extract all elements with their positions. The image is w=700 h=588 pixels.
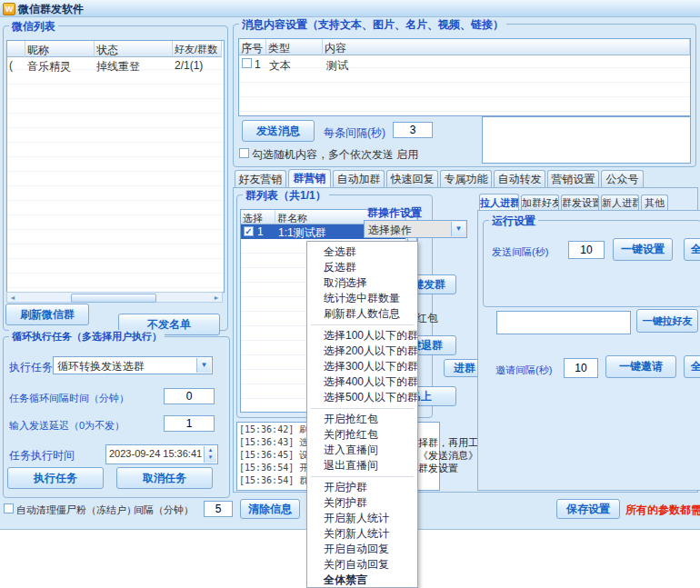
title-bar[interactable]: W 微信群发软件 xyxy=(0,0,700,17)
invite-gap-label: 邀请间隔(秒) xyxy=(495,364,552,377)
message-col-type[interactable]: 类型 xyxy=(266,39,323,55)
group-op-value: 选择操作 xyxy=(368,223,450,238)
random-content-checkbox[interactable] xyxy=(239,148,249,158)
message-col-no[interactable]: 序号 xyxy=(239,39,266,55)
group-list-title: 群列表（共1/1） xyxy=(243,188,329,204)
account-table[interactable]: 昵称 状态 好友/群数 ( 音乐精灵 掉线重登 2/1(1) xyxy=(6,40,225,293)
menu-item-enter-live[interactable]: 进入直播间 xyxy=(307,443,417,458)
menu-item-select-under-500[interactable]: 选择500人以下的群 xyxy=(307,390,417,405)
menu-item-disable-redpacket[interactable]: 关闭抢红包 xyxy=(307,427,417,443)
refresh-groups-button[interactable]: 刷新微信群 xyxy=(5,304,89,325)
run-task-button[interactable]: 执行任务 xyxy=(7,467,104,489)
message-interval-input[interactable] xyxy=(393,122,433,138)
invite-more-button[interactable]: 全选 xyxy=(684,355,700,378)
menu-item-enable-redpacket[interactable]: 开启抢红包 xyxy=(307,412,417,427)
menu-item-enable-autoreply[interactable]: 开启自动回复 xyxy=(307,542,417,557)
scroll-right-icon[interactable]: ► xyxy=(212,294,221,303)
subtab-pull-into-group[interactable]: 拉人进群 xyxy=(479,194,519,211)
cancel-task-button[interactable]: 取消任务 xyxy=(116,467,213,489)
one-click-pull-friend-button[interactable]: 一键拉好友 xyxy=(636,309,698,333)
account-col-marker xyxy=(7,41,25,57)
menu-item-enable-guard[interactable]: 开启护群 xyxy=(307,480,417,495)
menu-item-exit-live[interactable]: 退出直播间 xyxy=(307,458,417,473)
menu-separator xyxy=(311,408,414,409)
tab-official-account[interactable]: 公众号 xyxy=(601,170,644,187)
menu-item-count-selected[interactable]: 统计选中群数量 xyxy=(307,291,417,306)
one-click-invite-button[interactable]: 一键邀请 xyxy=(605,355,676,378)
tab-auto-join-group[interactable]: 自动加群 xyxy=(333,170,385,187)
send-message-button[interactable]: 发送消息 xyxy=(242,120,315,142)
menu-item-enable-newcomer-stats[interactable]: 开启新人统计 xyxy=(307,511,417,526)
menu-item-disable-newcomer-stats[interactable]: 关闭新人统计 xyxy=(307,526,417,542)
account-row-nick[interactable]: 音乐精灵 xyxy=(27,59,93,75)
menu-item-select-under-300[interactable]: 选择300人以下的群 xyxy=(307,359,417,374)
menu-separator xyxy=(311,476,414,477)
menu-item-cancel-selection[interactable]: 取消选择 xyxy=(307,275,417,291)
task-time-picker[interactable]: 2023-09-24 15:36:41 ▲▼ xyxy=(105,444,218,464)
group-row-no: 1 xyxy=(257,225,264,238)
tab-quick-reply[interactable]: 快速回复 xyxy=(386,170,438,187)
scroll-thumb[interactable] xyxy=(71,294,156,303)
clear-info-button[interactable]: 清除信息 xyxy=(240,499,300,519)
account-list-title: 微信列表 xyxy=(9,19,58,35)
scroll-left-icon[interactable]: ◄ xyxy=(8,294,17,303)
tab-friend-marketing[interactable]: 好友营销 xyxy=(235,170,286,187)
window-title: 微信群发软件 xyxy=(18,2,84,17)
chevron-down-icon[interactable]: ▼ xyxy=(451,222,465,236)
account-hscrollbar[interactable]: ◄ ► xyxy=(6,292,223,303)
account-col-counts[interactable]: 好友/群数 xyxy=(173,41,222,57)
setup-more-button[interactable]: 全选 xyxy=(684,238,700,261)
task-exec-value: 循环转换发送选群 xyxy=(57,359,194,374)
message-col-content[interactable]: 内容 xyxy=(323,39,690,55)
tab-group-marketing[interactable]: 群营销 xyxy=(288,169,331,187)
autoclean-label: 自动清理僵尸粉（冻结户） xyxy=(16,503,136,517)
menu-item-select-under-200[interactable]: 选择200人以下的群 xyxy=(307,344,417,359)
tab-special-functions[interactable]: 专属功能 xyxy=(440,170,492,187)
save-warning-text: 所有的参数都需要保存 xyxy=(625,503,700,518)
invite-gap-input[interactable] xyxy=(564,358,598,378)
menu-item-disable-autoreply[interactable]: 关闭自动回复 xyxy=(307,557,417,573)
menu-item-invert-selection[interactable]: 反选群 xyxy=(307,260,417,275)
autoclean-checkbox[interactable] xyxy=(4,503,14,513)
menu-item-select-under-400[interactable]: 选择400人以下的群 xyxy=(307,374,417,390)
save-settings-button[interactable]: 保存设置 xyxy=(556,499,620,519)
group-col-select[interactable]: 选择 xyxy=(241,210,275,224)
menu-item-refresh-counts[interactable]: 刷新群人数信息 xyxy=(307,306,417,322)
account-col-nick[interactable]: 昵称 xyxy=(25,41,95,57)
spinner-icon[interactable]: ▲▼ xyxy=(204,446,216,463)
group-row-checkbox[interactable]: ✓ xyxy=(244,226,254,236)
message-row-checkbox[interactable] xyxy=(242,58,252,68)
task-exec-select[interactable]: 循环转换发送选群 ▼ xyxy=(53,356,213,374)
random-content-label: 勾选随机内容，多个依次发送 启用 xyxy=(252,147,418,163)
account-row-status[interactable]: 掉线重登 xyxy=(96,59,171,75)
message-row-type[interactable]: 文本 xyxy=(269,58,320,74)
menu-item-mute-all[interactable]: 全体禁言 xyxy=(307,573,417,588)
subtab-add-group-friends[interactable]: 加群好友 xyxy=(521,194,559,211)
send-gap-input[interactable] xyxy=(568,241,605,259)
subtab-other[interactable]: 其他 xyxy=(641,194,668,211)
chevron-down-icon[interactable]: ▼ xyxy=(196,358,211,373)
friend-name-input[interactable] xyxy=(496,311,631,334)
task-loop-input[interactable] xyxy=(164,388,215,404)
message-row-content[interactable]: 测试 xyxy=(326,58,686,74)
subtab-send-settings[interactable]: 群发设置 xyxy=(561,194,599,211)
account-row-counts[interactable]: 2/1(1) xyxy=(175,59,222,72)
tab-marketing-settings[interactable]: 营销设置 xyxy=(547,170,599,187)
account-col-status[interactable]: 状态 xyxy=(95,41,173,57)
task-delay-input[interactable] xyxy=(164,415,215,432)
one-click-setup-button[interactable]: 一键设置 xyxy=(613,238,673,261)
menu-item-select-all[interactable]: 全选群 xyxy=(307,244,417,260)
task-time-label: 任务执行时间 xyxy=(9,448,75,463)
message-extra-textarea[interactable] xyxy=(482,116,691,164)
autoclean-input[interactable] xyxy=(204,501,233,517)
tab-auto-forward[interactable]: 自动转发 xyxy=(494,170,545,187)
task-delay-label: 输入发送延迟（0为不发） xyxy=(9,419,125,433)
subtab-new-member[interactable]: 新人进群 xyxy=(601,194,639,211)
autoclean-interval-label: 间隔（分钟） xyxy=(134,503,194,517)
message-table[interactable]: 序号 类型 内容 1 文本 测试 xyxy=(238,38,691,116)
group-context-menu: 全选群 反选群 取消选择 统计选中群数量 刷新群人数信息 选择100人以下的群 … xyxy=(306,241,418,588)
app-icon: W xyxy=(3,3,15,15)
menu-item-select-under-100[interactable]: 选择100人以下的群 xyxy=(307,328,417,344)
group-op-select[interactable]: 选择操作 ▼ xyxy=(364,220,467,238)
menu-item-disable-guard[interactable]: 关闭护群 xyxy=(307,495,417,511)
